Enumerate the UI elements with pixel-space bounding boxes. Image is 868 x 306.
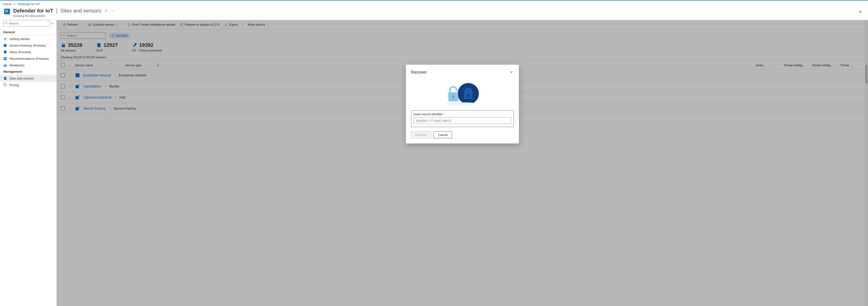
chevron-right-icon: > (14, 2, 16, 6)
modal-overlay (57, 20, 868, 306)
svg-rect-8 (4, 58, 6, 58)
nav-label: Alerts (Preview) (9, 50, 31, 54)
page-header: Defender for IoT | Sites and sensors ⋯ S… (0, 7, 868, 20)
field-label: Insert secret identifier (414, 112, 443, 116)
svg-rect-11 (5, 64, 5, 67)
nav-pricing[interactable]: Pricing (0, 81, 57, 88)
svg-rect-13 (4, 77, 6, 80)
svg-rect-4 (7, 11, 8, 12)
nav-group-general: General (0, 29, 57, 35)
nav-group-management: Management (0, 68, 57, 74)
svg-rect-14 (4, 77, 5, 78)
recover-dialog: Recover ✕ Insert secret identifier * (406, 65, 519, 143)
subscriptions-count: Showing 99 subscriptions (13, 14, 856, 18)
svg-rect-9 (4, 59, 6, 59)
nav-label: Device inventory (Preview) (9, 44, 46, 47)
svg-rect-1 (5, 10, 6, 11)
nav-getting-started[interactable]: Getting started (0, 36, 57, 42)
sidebar: « General Getting started Device invento… (0, 20, 57, 306)
nav-workbooks[interactable]: Workbooks (0, 62, 57, 68)
nav-label: Sites and sensors (9, 77, 34, 80)
sidebar-search[interactable] (3, 20, 50, 27)
secret-identifier-input[interactable] (414, 117, 511, 124)
search-icon (5, 22, 8, 25)
list-icon (3, 57, 7, 61)
secret-identifier-field: Insert secret identifier * (411, 110, 514, 127)
nav-recommendations[interactable]: Recommendations (Preview) (0, 55, 57, 62)
dialog-title: Recover (411, 70, 427, 75)
nav-label: Workbooks (9, 64, 25, 67)
svg-rect-15 (5, 77, 6, 78)
cancel-button[interactable]: Cancel (434, 131, 452, 138)
nav-sites-sensors[interactable]: Sites and sensors (0, 75, 57, 81)
rocket-icon (3, 37, 7, 41)
svg-rect-12 (6, 65, 6, 67)
cube-icon (3, 43, 7, 47)
svg-rect-34 (453, 96, 454, 99)
breadcrumb: Home > Defender for IoT (0, 0, 868, 7)
nav-label: Pricing (9, 83, 19, 87)
resource-icon (3, 8, 11, 15)
pin-icon[interactable] (103, 8, 108, 14)
shield-icon (3, 50, 7, 54)
page-subtitle: Sites and sensors (60, 8, 101, 14)
recover-button[interactable]: Recover (411, 131, 431, 138)
nav-label: Recommendations (Preview) (9, 57, 49, 61)
breadcrumb-current[interactable]: Defender for IoT (18, 2, 40, 6)
building-icon (3, 76, 7, 80)
nav-alerts[interactable]: Alerts (Preview) (0, 49, 57, 55)
recover-illustration (411, 77, 514, 110)
close-dialog-button[interactable]: ✕ (509, 69, 514, 75)
svg-rect-10 (4, 65, 4, 67)
svg-rect-2 (7, 10, 8, 11)
required-indicator: * (443, 112, 445, 116)
breadcrumb-home[interactable]: Home (3, 2, 11, 6)
svg-line-6 (7, 23, 7, 24)
nav-label: Getting started (9, 37, 29, 41)
close-blade-button[interactable]: ✕ (856, 8, 865, 16)
svg-rect-31 (468, 95, 469, 99)
tag-icon (3, 83, 7, 87)
more-icon[interactable]: ⋯ (111, 8, 116, 14)
svg-point-5 (5, 22, 7, 24)
svg-rect-3 (5, 11, 6, 12)
page-title: Defender for IoT (13, 8, 53, 14)
nav-device-inventory[interactable]: Device inventory (Preview) (0, 42, 57, 49)
chart-icon (3, 63, 7, 67)
sidebar-search-input[interactable] (9, 22, 49, 25)
main-content: Refresh Onboard sensor ⌄ Push Threat Int… (57, 20, 868, 306)
svg-point-35 (445, 102, 478, 105)
collapse-sidebar-button[interactable]: « (52, 22, 53, 25)
